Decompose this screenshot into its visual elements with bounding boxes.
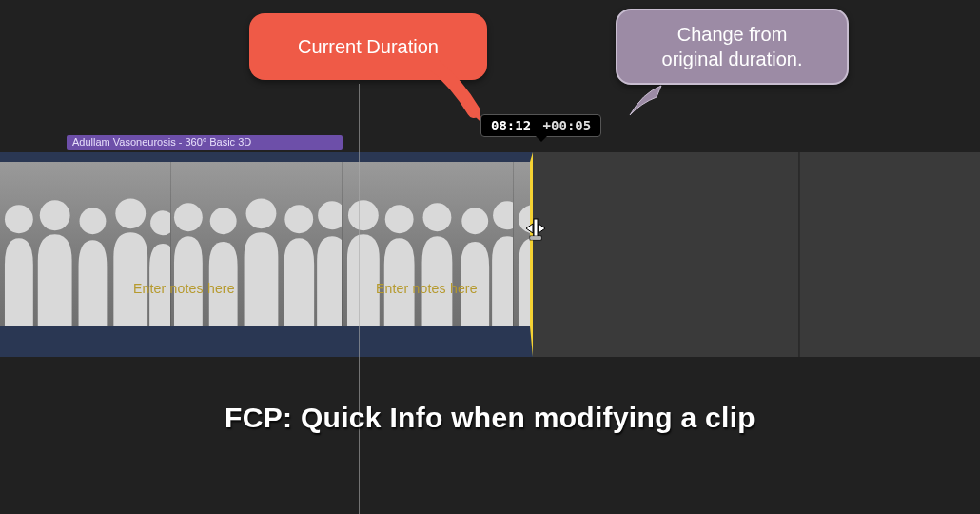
svg-point-4 [115, 198, 146, 228]
svg-point-8 [246, 198, 277, 228]
timeline[interactable]: Enter notes here Enter notes here [0, 152, 980, 357]
clip-notes-placeholder[interactable]: Enter notes here [133, 281, 235, 296]
svg-point-15 [493, 201, 513, 229]
timeline-clip[interactable]: Enter notes here Enter notes here [0, 152, 533, 357]
clip-frame [514, 162, 530, 326]
callout-current-duration: Current Duration [249, 13, 487, 80]
duration-current: 08:12 [491, 118, 531, 133]
svg-point-16 [519, 205, 530, 233]
svg-point-12 [385, 205, 414, 233]
svg-point-7 [210, 208, 237, 234]
clip-frame [0, 162, 171, 326]
svg-point-1 [5, 205, 33, 233]
callout-tail-icon [628, 84, 666, 117]
svg-point-5 [150, 210, 170, 235]
svg-point-11 [348, 200, 379, 230]
timeline-empty-slot[interactable] [533, 152, 799, 357]
clip-title-label[interactable]: Adullam Vasoneurosis - 360° Basic 3D [67, 135, 343, 150]
svg-point-13 [423, 203, 452, 231]
svg-point-9 [284, 205, 313, 233]
callout-label: Change from original duration. [662, 22, 803, 71]
svg-point-2 [40, 200, 70, 230]
clip-frame [343, 162, 514, 326]
timeline-empty-slot[interactable] [800, 152, 980, 357]
svg-point-10 [318, 201, 342, 229]
clip-notes-placeholder[interactable]: Enter notes here [376, 281, 478, 296]
callout-change-duration: Change from original duration. [616, 9, 849, 85]
svg-point-6 [174, 203, 203, 231]
clip-filmstrip [0, 162, 530, 326]
svg-point-3 [80, 208, 107, 234]
svg-point-14 [461, 208, 488, 234]
page-caption: FCP: Quick Info when modifying a clip [0, 402, 980, 434]
callout-label: Current Duration [298, 34, 439, 59]
duration-tooltip: 08:12 +00:05 [480, 114, 601, 137]
clip-frame [171, 162, 343, 326]
duration-delta: +00:05 [543, 118, 592, 133]
